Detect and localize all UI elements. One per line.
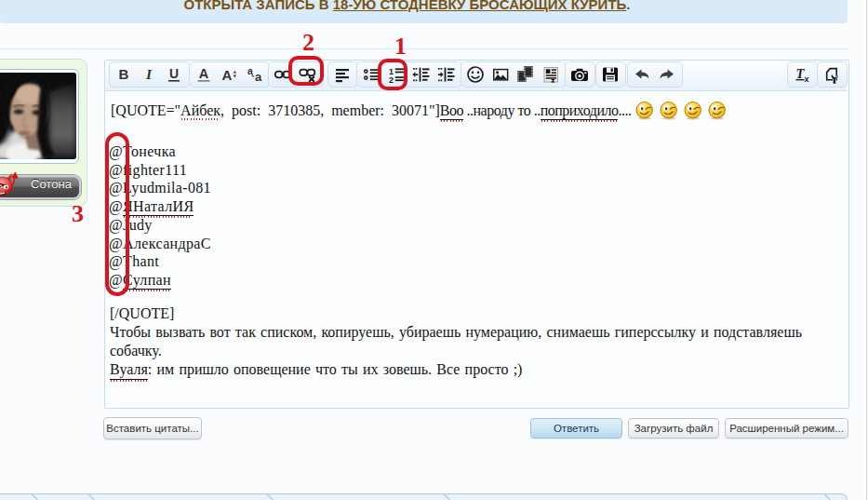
svg-text:x: x — [804, 74, 808, 84]
svg-text:A: A — [221, 67, 232, 83]
svg-text:a: a — [254, 70, 261, 84]
svg-text:a: a — [247, 65, 253, 76]
svg-text:B: B — [118, 66, 128, 82]
svg-text:I: I — [144, 66, 152, 82]
svg-text:U: U — [168, 66, 178, 81]
svg-text:A: A — [198, 66, 208, 81]
